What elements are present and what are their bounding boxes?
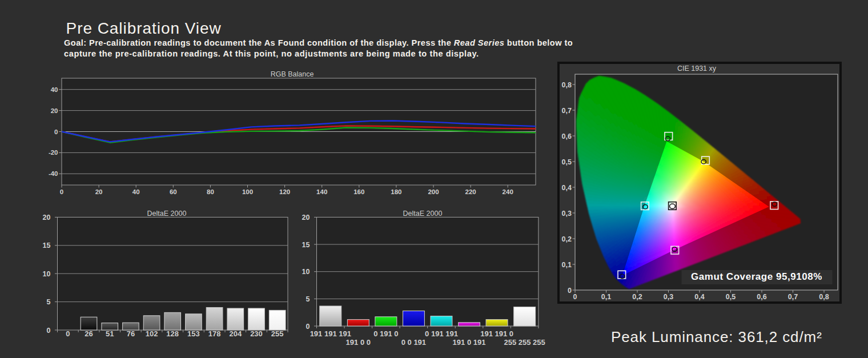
svg-text:0,6: 0,6 [562, 132, 572, 140]
svg-text:160: 160 [353, 188, 364, 195]
svg-text:20: 20 [95, 188, 103, 195]
svg-text:40: 40 [51, 86, 58, 93]
svg-text:0,4: 0,4 [562, 184, 572, 192]
svg-text:80: 80 [207, 188, 214, 195]
svg-text:0,2: 0,2 [632, 293, 642, 301]
svg-text:0,6: 0,6 [757, 293, 766, 301]
svg-text:255: 255 [271, 329, 284, 338]
svg-text:15: 15 [43, 242, 51, 250]
svg-text:26: 26 [85, 329, 93, 338]
svg-text:51: 51 [106, 329, 114, 338]
svg-text:128: 128 [166, 329, 179, 338]
svg-text:Gamut Coverage 95,9108%: Gamut Coverage 95,9108% [691, 271, 822, 282]
svg-text:100: 100 [242, 188, 253, 195]
svg-text:140: 140 [316, 188, 327, 195]
svg-text:RGB Balance: RGB Balance [271, 70, 314, 78]
svg-text:0: 0 [306, 323, 310, 331]
svg-text:-40: -40 [49, 170, 58, 177]
svg-text:0,3: 0,3 [562, 210, 572, 218]
svg-text:0,5: 0,5 [726, 293, 736, 301]
svg-text:204: 204 [229, 329, 242, 338]
svg-text:40: 40 [132, 188, 140, 195]
svg-text:153: 153 [187, 329, 200, 338]
svg-text:DeltaE 2000: DeltaE 2000 [403, 210, 443, 218]
svg-text:240: 240 [503, 188, 513, 195]
svg-text:191 191 0: 191 191 0 [480, 329, 513, 338]
svg-text:0,5: 0,5 [562, 158, 572, 166]
svg-text:0,8: 0,8 [562, 81, 572, 89]
svg-text:0,8: 0,8 [819, 293, 829, 301]
svg-text:20: 20 [302, 214, 310, 222]
svg-text:0: 0 [573, 293, 577, 301]
svg-text:191 191 191: 191 191 191 [310, 329, 351, 338]
svg-text:60: 60 [170, 188, 177, 195]
svg-text:230: 230 [250, 329, 263, 338]
svg-text:-20: -20 [49, 149, 58, 156]
svg-text:0 191 191: 0 191 191 [425, 329, 458, 338]
svg-text:191 0 191: 191 0 191 [453, 338, 486, 347]
svg-text:0,7: 0,7 [562, 107, 572, 115]
svg-text:0,4: 0,4 [694, 293, 704, 301]
svg-text:0: 0 [60, 188, 63, 195]
svg-text:76: 76 [127, 329, 135, 338]
svg-text:5: 5 [306, 295, 310, 303]
svg-text:0,1: 0,1 [562, 261, 572, 269]
svg-text:180: 180 [391, 188, 401, 195]
svg-text:0,1: 0,1 [601, 293, 611, 301]
svg-text:capture the pre-calibration re: capture the pre-calibration readings. At… [64, 49, 479, 58]
svg-text:20: 20 [51, 107, 58, 114]
svg-text:0,3: 0,3 [664, 293, 673, 301]
svg-text:20: 20 [43, 214, 51, 222]
svg-text:120: 120 [279, 188, 290, 195]
svg-text:0,2: 0,2 [562, 235, 572, 243]
svg-text:Goal: Pre-calibration readings: Goal: Pre-calibration readings to docume… [64, 38, 573, 47]
svg-text:255 255 255: 255 255 255 [504, 338, 545, 347]
svg-text:0: 0 [47, 327, 51, 335]
svg-text:0,7: 0,7 [788, 293, 798, 301]
svg-text:191 0 0: 191 0 0 [346, 338, 371, 347]
svg-text:200: 200 [428, 188, 439, 195]
svg-text:0 0 191: 0 0 191 [401, 338, 426, 347]
svg-text:0: 0 [54, 128, 58, 135]
svg-text:0 191 0: 0 191 0 [373, 329, 398, 338]
svg-text:0: 0 [568, 287, 572, 295]
svg-text:5: 5 [47, 298, 51, 306]
svg-text:10: 10 [43, 270, 51, 278]
svg-text:102: 102 [146, 329, 158, 338]
svg-text:Peak Luminance: 361,2 cd/m²: Peak Luminance: 361,2 cd/m² [611, 328, 822, 345]
svg-text:0: 0 [66, 329, 70, 338]
svg-text:15: 15 [302, 241, 310, 249]
svg-text:10: 10 [302, 268, 310, 276]
svg-text:DeltaE 2000: DeltaE 2000 [147, 210, 187, 218]
svg-text:178: 178 [208, 329, 221, 338]
svg-text:CIE 1931 xy: CIE 1931 xy [677, 65, 717, 73]
svg-text:220: 220 [465, 188, 476, 195]
svg-text:Pre Calibration View: Pre Calibration View [66, 19, 222, 37]
